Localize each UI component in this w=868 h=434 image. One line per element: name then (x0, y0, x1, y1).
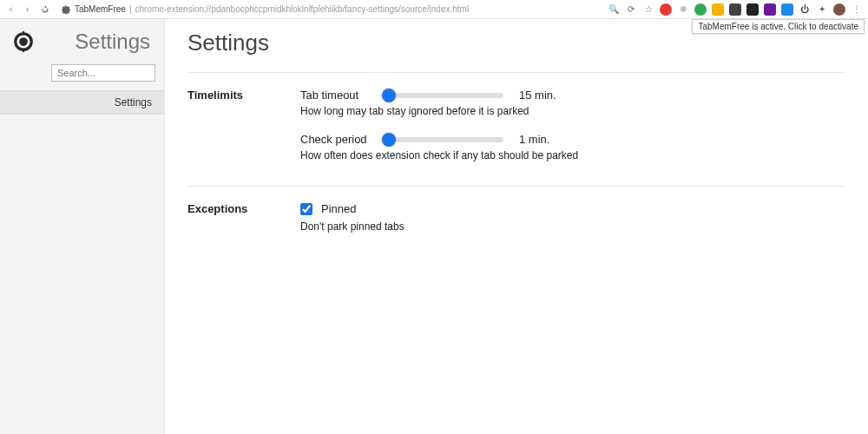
pinned-desc: Don't park pinned tabs (300, 220, 845, 233)
check-period-slider[interactable] (382, 137, 503, 142)
sidebar: Settings Settings (0, 19, 165, 434)
slider-thumb-icon[interactable] (382, 133, 396, 147)
tab-timeout-desc: How long may tab stay ignored before it … (300, 105, 845, 117)
browser-chrome-bar: TabMemFree | chrome-extension://pdanbocp… (0, 0, 868, 19)
check-period-value: 1 min. (519, 133, 549, 146)
check-period-desc: How often does extension check if any ta… (300, 149, 845, 161)
slider-thumb-icon[interactable] (382, 89, 396, 102)
sidebar-title: Settings (45, 30, 150, 54)
extension-tray: 🔍 ⟳ ☆ ❋ ⏻ ✦ ⋮ (608, 3, 863, 16)
address-bar[interactable]: TabMemFree | chrome-extension://pdanbocp… (56, 3, 602, 16)
ext-dark2-icon[interactable] (746, 3, 759, 16)
svg-point-2 (19, 37, 28, 46)
menu-icon[interactable]: ⋮ (851, 3, 863, 16)
section-exceptions: Exceptions Pinned Don't park pinned tabs (187, 186, 845, 257)
star-icon[interactable]: ☆ (642, 3, 654, 16)
reload-icon[interactable] (40, 4, 50, 15)
sidebar-item-settings[interactable]: Settings (0, 90, 164, 115)
extensions-icon[interactable]: ✦ (816, 3, 828, 16)
profile-avatar-icon[interactable] (833, 3, 845, 16)
ext-red-icon[interactable] (660, 3, 672, 16)
ext-blue-icon[interactable] (781, 3, 793, 16)
url-text: chrome-extension://pdanbocphccpmidkhlokl… (135, 4, 470, 14)
tab-timeout-slider[interactable] (382, 93, 503, 98)
ext-purple-icon[interactable] (764, 3, 776, 16)
pinned-checkbox[interactable] (300, 203, 312, 215)
tab-title: TabMemFree (75, 4, 126, 14)
extension-icon (61, 4, 71, 15)
ext-orange-icon[interactable] (712, 3, 724, 16)
ext-grey-icon[interactable]: ❋ (677, 3, 689, 16)
ext-green-icon[interactable] (694, 3, 707, 16)
pinned-label: Pinned (321, 202, 356, 215)
tabmemfree-ext-icon[interactable]: ⏻ (799, 3, 811, 16)
section-heading-exceptions: Exceptions (187, 202, 300, 233)
svg-rect-3 (23, 31, 24, 35)
extension-tooltip: TabMemFree is active. Click to deactivat… (692, 19, 865, 34)
ext-dark1-icon[interactable] (729, 3, 741, 16)
app-logo-icon (12, 30, 35, 53)
tab-timeout-value: 15 min. (519, 89, 556, 102)
section-timelimits: Timelimits Tab timeout 15 min. How long … (187, 72, 845, 186)
svg-rect-4 (23, 49, 24, 52)
main-content: Settings Timelimits Tab timeout 15 min. … (165, 19, 868, 434)
search-input[interactable] (51, 64, 155, 82)
zoom-icon[interactable]: 🔍 (608, 3, 620, 16)
section-heading-timelimits: Timelimits (187, 89, 300, 161)
nav-back-icon[interactable] (5, 4, 16, 15)
nav-forward-icon[interactable] (23, 4, 33, 15)
tab-timeout-label: Tab timeout (300, 89, 373, 102)
translate-icon[interactable]: ⟳ (625, 3, 637, 16)
check-period-label: Check period (300, 133, 373, 146)
